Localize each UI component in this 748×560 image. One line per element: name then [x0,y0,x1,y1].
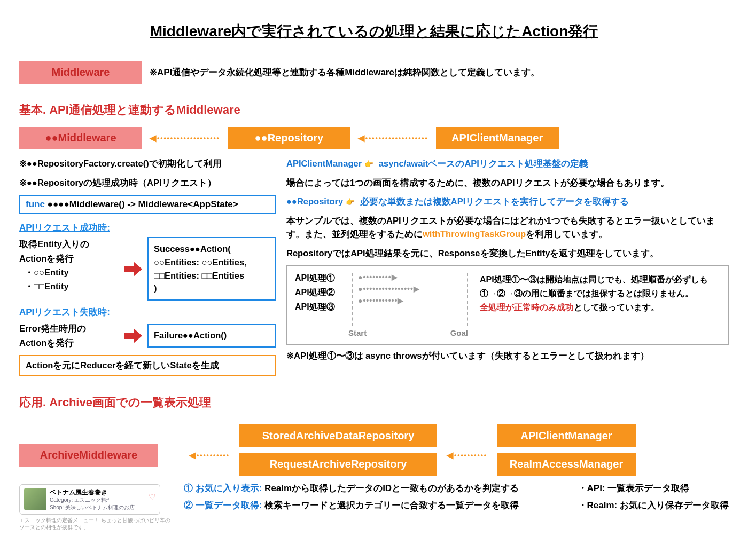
repo-factory-note: ※●●RepositoryFactory.create()で初期化して利用 [19,157,276,171]
func-box: func ●●●●Middleware() -> Middleware<AppS… [19,195,276,214]
right-list: ・API: 一覧表示データ取得 ・Realm: お気に入り保存データ取得 [578,480,729,515]
left-column: ※●●RepositoryFactory.create()で初期化して利用 ※●… [19,157,276,376]
success-head: APIリクエスト成功時: [19,222,276,234]
basic-heading: 基本. API通信処理と連動するMiddleware [19,102,729,118]
red-arrow-icon [124,328,142,343]
middleware-note: ※API通信やデータ永続化処理等と連動する各種Middlewareは純粋関数とし… [150,66,540,78]
card-thumb [24,488,46,510]
middleware-badge: Middleware [19,61,142,84]
red-arrow-icon [124,262,142,277]
heart-icon: ♡ [149,492,155,502]
repo-success-note: ※●●Repositoryの処理成功時（APIリクエスト） [19,176,276,190]
failure-head: APIリクエスト失敗時: [19,306,276,318]
success-left-text: 取得Entity入りの Actionを発行 ・○○Entity ・□□Entit… [19,237,119,294]
request-archive-badge: RequestArchiveRepository [239,453,437,476]
right-l2: 場合によっては1つの画面を構成するために、複数のAPIリクエストが必要な場合もあ… [286,176,729,190]
api-foot: ※API処理①〜③は async throwsが付いています（失敗するとエラーと… [286,350,729,362]
arrow-left-icon: ◀•••••••••• [447,450,487,460]
header-row: Middleware ※API通信やデータ永続化処理等と連動する各種Middle… [19,61,729,84]
basic-badges-row: ●●Middleware ◀••••••••••••••••••• ●●Repo… [19,127,729,149]
arrow-left-icon: ◀••••••••••••••••••• [150,133,220,143]
archive-middleware-badge: ArchiveMiddleware [19,444,158,467]
card-preview: ベトナム風生春巻き Category: エスニック料理 Shop: 美味しいベト… [19,484,160,515]
page-title: Middleware内で実行されているの処理と結果に応じたAction発行 [19,21,729,42]
failure-left-text: Error発生時用の Actionを発行 [19,321,119,350]
right-l3: ●●Repository👉 必要な単数または複数APIリクエストを実行してデータ… [286,195,729,209]
realm-access-badge: RealmAccessManager [497,453,636,476]
generic-middleware-badge: ●●Middleware [19,127,142,149]
api-client-badge-2: APIClientManager [497,424,636,447]
generic-repository-badge: ●●Repository [228,127,350,149]
applied-heading: 応用. Archive画面での一覧表示処理 [19,395,729,411]
failure-code-box: Failure●●Action() [147,324,276,348]
reducer-box: Actionを元にReducerを経て新しいStateを生成 [19,355,276,376]
success-code-box: Success●●Action( ○○Entities: ○○Entities,… [147,237,276,301]
api-client-badge: APIClientManager [436,127,559,149]
arrow-left-icon: ◀•••••••••• [189,450,230,460]
right-l4: 本サンプルでは、複数のAPIリクエストが必要な場合にはどれか1つでも失敗するとエ… [286,214,729,241]
right-column: APIClientManager👉 async/awaitベースのAPIリクエス… [286,157,729,376]
api-diagram: API処理① API処理② API処理③ ●•••••••••▶ ●••••••… [286,265,729,345]
explain-list: ① お気に入り表示: Realmから取得したデータのIDと一致ものがあるかを判定… [184,480,565,515]
stored-archive-badge: StoredArchiveDataRepository [239,424,437,447]
arrow-left-icon: ◀••••••••••••••••••• [358,133,428,143]
right-l5: RepositoryではAPI処理結果を元に、Responseを変換したEnti… [286,247,729,261]
applied-badges-row: ArchiveMiddleware ◀•••••••••• StoredArch… [19,424,729,476]
right-l1: APIClientManager👉 async/awaitベースのAPIリクエス… [286,157,729,171]
